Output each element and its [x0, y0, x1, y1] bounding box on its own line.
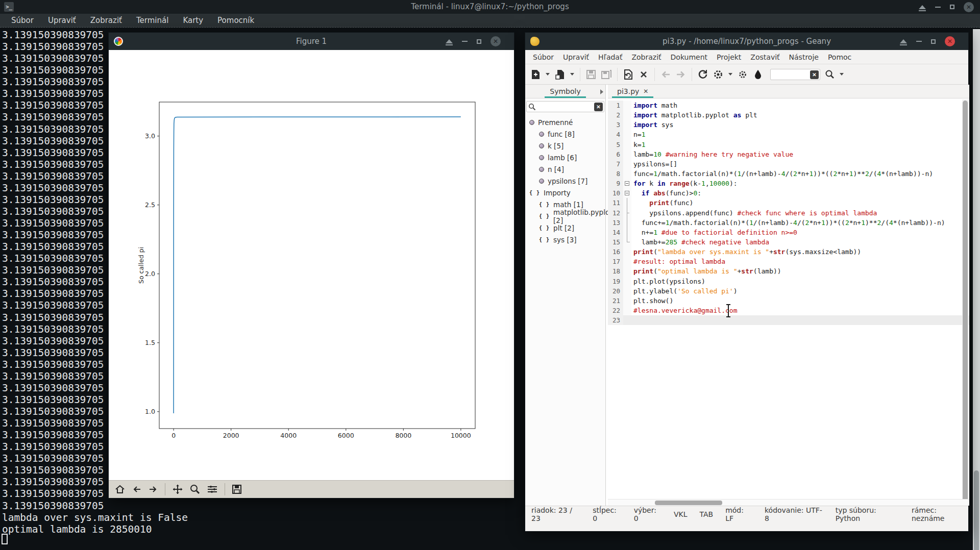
code-line[interactable]: 2import matplotlib.pyplot as plt [608, 110, 969, 120]
tab-pi3py[interactable]: pi3.py ✕ [612, 85, 653, 98]
rollup-icon[interactable] [446, 39, 453, 43]
geany-menu-dokument[interactable]: Dokument [666, 53, 713, 61]
code-line[interactable]: 12 ypsilons.append(func) #check func whe… [608, 208, 969, 218]
editor-hscrollbar-thumb[interactable] [655, 501, 722, 505]
code-line[interactable]: 15 lamb+=285 #check negative lambda [608, 237, 969, 247]
figure-titlebar[interactable]: Figure 1 ✕ [109, 33, 514, 50]
editor-hscrollbar[interactable] [608, 499, 969, 506]
nav-forward-icon[interactable] [675, 68, 687, 81]
fold-margin[interactable] [623, 188, 631, 198]
subplots-config-icon[interactable] [207, 485, 217, 494]
save-icon[interactable] [232, 485, 241, 494]
tab-close-icon[interactable]: ✕ [643, 88, 648, 95]
minimize-icon[interactable] [935, 7, 941, 8]
code-line[interactable]: 13 func+=1/math.factorial(n)*(1/(n+lamb)… [608, 218, 969, 228]
code-line[interactable]: 22#lesna.vevericka@gmail.com [608, 306, 969, 315]
code-line[interactable]: 4n=1 [608, 130, 969, 139]
geany-menu-zobrazi-[interactable]: Zobraziť [627, 53, 666, 61]
terminal-scrollbar[interactable] [973, 29, 980, 550]
close-icon[interactable]: ✕ [945, 36, 955, 46]
code-line[interactable]: 9for k in range(k-1,10000): [608, 179, 969, 188]
close-icon[interactable]: ✕ [491, 36, 501, 46]
new-file-dropdown-icon[interactable] [546, 73, 550, 76]
save-icon[interactable] [585, 68, 597, 81]
maximize-icon[interactable] [931, 39, 936, 44]
code-line[interactable]: 14 n+=1 #due to factiorial definition n>… [608, 228, 969, 237]
code-line[interactable]: 23 [608, 315, 969, 325]
back-icon[interactable] [132, 485, 141, 493]
minimize-icon[interactable] [916, 41, 922, 42]
code-line[interactable]: 1import math [608, 101, 969, 110]
terminal-menu-pomocn-k[interactable]: Pomocník [210, 16, 261, 25]
save-all-icon[interactable] [600, 68, 612, 81]
tab-symbols[interactable]: Symboly [545, 85, 585, 98]
tree-item[interactable]: func [8] [525, 128, 606, 140]
code-line[interactable]: 8func=1/math.factorial(n)*(1/(n+lamb)-4/… [608, 169, 969, 179]
rollup-icon[interactable] [919, 5, 926, 9]
execute-icon[interactable] [737, 68, 749, 81]
code-line[interactable]: 11 print(func) [608, 198, 969, 208]
fold-margin[interactable] [623, 179, 631, 188]
pan-icon[interactable] [173, 484, 183, 494]
code-line[interactable]: 21plt.show() [608, 296, 969, 306]
geany-menu-s-bor[interactable]: Súbor [528, 53, 558, 61]
geany-menu-pomoc[interactable]: Pomoc [823, 53, 856, 61]
code-line[interactable]: 10 if abs(func)>0: [608, 188, 969, 198]
tree-item[interactable]: { }sys [3] [525, 234, 606, 245]
close-icon[interactable]: ✕ [964, 2, 974, 12]
forward-icon[interactable] [149, 485, 158, 493]
tree-item[interactable]: lamb [6] [525, 152, 606, 163]
nav-back-icon[interactable] [659, 68, 672, 81]
code-line[interactable]: 20plt.ylabel('So called pi') [608, 286, 969, 296]
geany-menu-projekt[interactable]: Projekt [712, 53, 746, 61]
terminal-menu-karty[interactable]: Karty [176, 16, 210, 25]
geany-menu-upravi-[interactable]: Upraviť [558, 53, 594, 61]
tree-item[interactable]: { }matplotlib.pyplot [2] [525, 210, 606, 222]
tree-item[interactable]: n [4] [525, 163, 606, 175]
open-file-icon[interactable] [554, 68, 566, 81]
clear-search-icon[interactable]: ✕ [810, 70, 819, 79]
revert-icon[interactable] [622, 68, 634, 81]
fold-collapse-icon[interactable] [625, 191, 629, 195]
code-line[interactable]: 16print("lambda over sys.maxint is "+str… [608, 247, 969, 257]
new-file-icon[interactable] [529, 68, 542, 81]
tree-group[interactable]: Premenné [525, 116, 606, 128]
fold-collapse-icon[interactable] [625, 181, 629, 186]
tree-item[interactable]: k [5] [525, 140, 606, 152]
close-file-icon[interactable] [638, 68, 650, 81]
editor-vscrollbar-thumb[interactable] [963, 101, 968, 499]
maximize-icon[interactable] [477, 39, 481, 44]
code-line[interactable]: 5k=1 [608, 140, 969, 149]
build-icon[interactable] [712, 68, 724, 81]
find-dropdown-icon[interactable] [840, 73, 844, 76]
geany-menu-h-ada-[interactable]: Hľadať [594, 53, 627, 61]
terminal-menu-upravi-[interactable]: Upraviť [41, 16, 83, 25]
tree-group[interactable]: { }Importy [525, 187, 606, 198]
find-icon[interactable] [823, 68, 836, 81]
clear-search-icon[interactable]: ✕ [594, 103, 603, 111]
rollup-icon[interactable] [900, 39, 907, 43]
editor-vscrollbar[interactable] [962, 99, 968, 499]
compile-icon[interactable] [697, 68, 709, 81]
terminal-scrollbar-thumb[interactable] [974, 470, 979, 550]
terminal-menu-termin-l[interactable]: Terminál [129, 16, 176, 25]
color-chooser-icon[interactable] [752, 68, 764, 81]
minimize-icon[interactable] [462, 41, 468, 42]
code-line[interactable]: 19plt.plot(ypsilons) [608, 277, 969, 286]
maximize-icon[interactable] [950, 5, 954, 9]
home-icon[interactable] [115, 485, 125, 494]
code-line[interactable]: 7ypsilons=[] [608, 159, 969, 169]
code-line[interactable]: 6lamb=10 #warning here try negative valu… [608, 149, 969, 159]
terminal-menu-zobrazi-[interactable]: Zobraziť [83, 16, 129, 25]
zoom-icon[interactable] [190, 484, 200, 494]
build-dropdown-icon[interactable] [728, 73, 732, 76]
geany-menu-zostavi-[interactable]: Zostaviť [746, 53, 784, 61]
search-input[interactable]: ✕ [770, 69, 820, 80]
tab-scroll-right-icon[interactable] [600, 89, 603, 94]
geany-menu-n-stroje[interactable]: Nástroje [785, 53, 823, 61]
code-line[interactable]: 3import sys [608, 120, 969, 130]
open-file-dropdown-icon[interactable] [570, 73, 574, 76]
code-line[interactable]: 17#result: optimal lambda [608, 257, 969, 266]
code-line[interactable]: 18print("optimal lambda is "+str(lamb)) [608, 266, 969, 276]
terminal-menu-s-bor[interactable]: Súbor [4, 16, 41, 25]
